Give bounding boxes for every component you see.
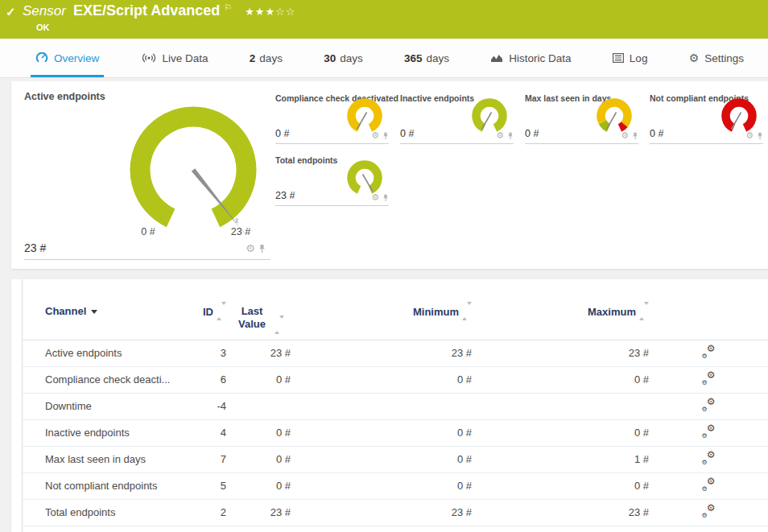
channel-name[interactable]: Max last seen in days [45,453,198,465]
tab-365-days[interactable]: 365 days [401,39,452,77]
gauges-panel: Active endpoints x̄ 0 # 23 # 23 # ⚙ Comp… [11,81,768,269]
channel-settings-icon[interactable]: ⚙⚙ [701,372,716,385]
table-row[interactable]: Max last seen in days 7 0 # 0 # 1 # ⚙⚙ [23,447,768,473]
gear-icon[interactable]: ⚙ [371,130,379,141]
tab-label: days [259,52,283,64]
maximum-value: 0 # [472,373,649,386]
stars-filled[interactable]: ★★★ [245,6,275,18]
gauge-current-value: 23 # [24,241,46,254]
channel-name[interactable]: Inactive endpoints [45,427,198,439]
gauge-panel-not-compliant: Not compliant endpoints 0 # ⚙ [650,93,763,144]
gauge-current-value: 0 # [650,128,663,139]
gauge-panel-inactive-endpoints: Inactive endpoints 0 # ⚙ [400,93,514,144]
table-row[interactable]: Compliance check deacti... 6 0 # 0 # 0 #… [23,367,768,394]
gauge-needle [607,113,617,130]
channels-table: Channel ID Last Value Minimum Maximum Ac… [22,279,768,532]
pin-icon[interactable] [382,132,389,140]
pin-icon[interactable] [757,132,763,140]
tab-label: Live Data [163,52,209,64]
tab-day-count: 365 [404,52,423,64]
channel-name[interactable]: Not compliant endpoints [45,480,198,492]
tab-day-count: 2 [250,52,256,64]
tab-label: Historic Data [509,52,571,64]
gauge-current-value: 0 # [275,128,289,139]
gauge-min-label: 0 # [130,226,166,237]
gauge-icon [35,52,48,64]
sort-icon [217,305,226,318]
flag-icon[interactable]: ⚐ [224,2,232,12]
status-check-icon: ✓ [6,5,16,19]
tab-settings[interactable]: ⚙ Settings [686,39,747,77]
tab-historic-data[interactable]: Historic Data [487,39,574,77]
area-chart-icon [490,53,503,63]
object-kind-label: Sensor [23,3,66,19]
last-value: 23 # [226,347,291,359]
sort-icon [462,305,472,318]
tab-live-data[interactable]: Live Data [138,39,212,77]
column-header-minimum[interactable]: Minimum [291,305,472,318]
active-endpoints-gauge: x̄ [121,97,270,247]
tab-day-count: 30 [324,52,336,64]
gear-icon[interactable]: ⚙ [621,130,629,141]
channel-settings-icon[interactable]: ⚙⚙ [701,398,716,411]
column-header-id[interactable]: ID [198,305,226,318]
average-marker: x̄ [235,217,239,225]
gauge-current-value: 0 # [525,128,539,139]
table-row[interactable]: Inactive endpoints 4 0 # 0 # 0 # ⚙⚙ [23,420,768,447]
channel-name[interactable]: Downtime [45,400,198,412]
maximum-value: 0 # [472,480,649,492]
channel-name[interactable]: Compliance check deacti... [45,373,198,386]
minimum-value: 0 # [291,453,472,465]
channel-settings-icon[interactable]: ⚙⚙ [701,345,716,358]
channel-id: 5 [198,480,226,492]
stars-empty[interactable]: ☆☆ [275,6,295,18]
priority-stars[interactable]: ★★★☆☆ [245,6,295,18]
channel-name[interactable]: Active endpoints [45,347,198,359]
log-list-icon [613,53,624,63]
gauge-needle [357,113,367,130]
gauge-needle [732,113,741,130]
column-header-last-value[interactable]: Last Value [226,305,291,332]
gauge-needle [482,113,492,130]
pin-icon[interactable] [258,244,266,254]
pin-icon[interactable] [507,132,514,140]
table-row[interactable]: Not compliant endpoints 5 0 # 0 # 0 # ⚙⚙ [23,473,768,500]
maximum-value: 23 # [472,506,649,518]
status-badge: OK [36,23,50,32]
maximum-value: 23 # [472,347,649,359]
last-value: 23 # [226,506,291,518]
column-header-channel[interactable]: Channel [45,305,198,317]
pin-icon[interactable] [632,132,638,140]
last-value: 0 # [226,427,291,439]
table-row[interactable]: Downtime -4 ⚙⚙ [23,394,768,420]
channel-settings-icon[interactable]: ⚙⚙ [701,505,716,518]
table-row[interactable]: Active endpoints 3 23 # 23 # 23 # ⚙⚙ [23,340,768,367]
minimum-value: 0 # [291,373,472,386]
tab-2-days[interactable]: 2 days [246,39,286,77]
table-row[interactable]: Total endpoints 2 23 # 23 # 23 # ⚙⚙ [23,500,768,526]
page-body: Active endpoints x̄ 0 # 23 # 23 # ⚙ Comp… [0,78,768,532]
broadcast-icon [141,53,157,63]
column-header-maximum[interactable]: Maximum [472,305,649,318]
sort-icon [275,319,284,332]
tab-label: Overview [54,52,99,64]
gear-icon[interactable]: ⚙ [745,130,754,141]
channel-settings-icon[interactable]: ⚙⚙ [701,425,716,438]
last-value: 0 # [226,373,291,386]
gear-icon: ⚙ [689,52,700,64]
channel-id: 2 [198,506,226,518]
tab-label: days [340,52,363,64]
tab-log[interactable]: Log [609,39,651,77]
tab-overview[interactable]: Overview [32,39,102,77]
maximum-value: 0 # [472,427,649,439]
channel-name[interactable]: Total endpoints [45,506,198,518]
gear-icon[interactable]: ⚙ [246,242,255,254]
tab-30-days[interactable]: 30 days [320,39,366,77]
gear-icon[interactable]: ⚙ [496,130,504,141]
channel-settings-icon[interactable]: ⚙⚙ [701,478,716,491]
tab-label: Log [630,52,648,64]
sort-desc-icon [91,310,97,314]
channel-settings-icon[interactable]: ⚙⚙ [701,452,716,464]
pin-icon[interactable] [382,194,389,202]
gear-icon[interactable]: ⚙ [371,192,379,203]
